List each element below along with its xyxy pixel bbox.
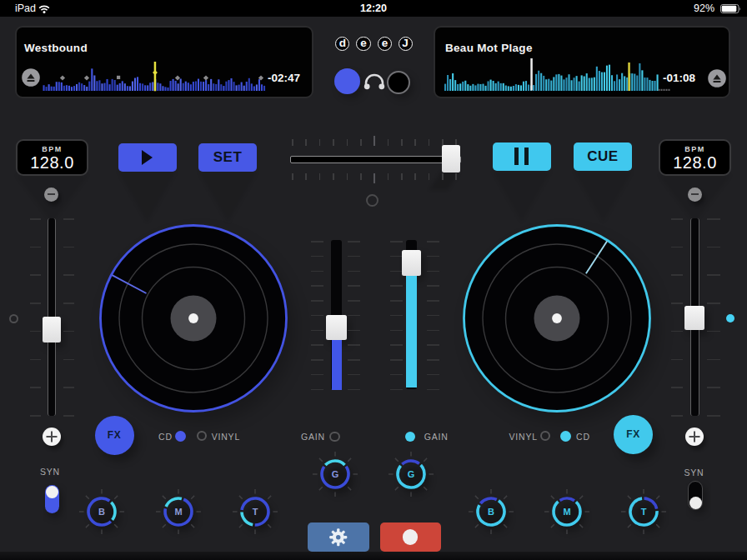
svg-text:B: B <box>98 507 105 517</box>
svg-text:G: G <box>408 469 415 479</box>
svg-text:B: B <box>488 507 494 517</box>
svg-text:M: M <box>563 507 570 517</box>
svg-text:T: T <box>252 507 258 517</box>
svg-text:T: T <box>641 507 647 517</box>
svg-text:G: G <box>332 469 339 479</box>
svg-text:M: M <box>174 507 182 517</box>
